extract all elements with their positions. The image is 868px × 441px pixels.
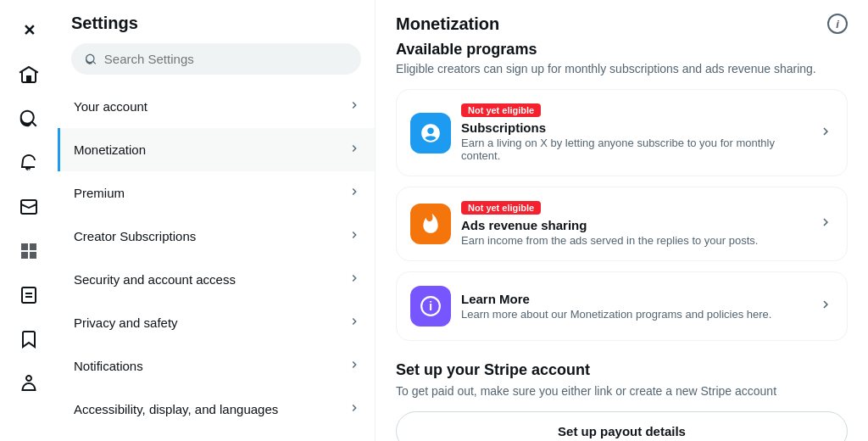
chevron-right-icon [348,228,361,244]
sidebar-item-label-6: Notifications [74,359,348,373]
card-chevron-icon-2 [818,297,833,315]
sidebar-item-7[interactable]: Accessibility, display, and languages [58,388,375,431]
home-icon[interactable] [8,54,49,95]
setup-payout-button[interactable]: Set up payout details [396,411,848,441]
sidebar-item-1[interactable]: Monetization [58,128,375,171]
sidebar-item-2[interactable]: Premium [58,171,375,215]
messages-icon[interactable] [8,187,49,227]
chevron-right-icon [348,185,361,201]
profile-icon[interactable] [8,363,49,404]
info-icon[interactable]: i [827,14,848,34]
program-desc-0: Earn a living on X by letting anyone sub… [461,137,811,162]
card-chevron-icon-1 [818,215,833,233]
program-icon-2: i [410,286,451,327]
program-desc-2: Learn more about our Monetization progra… [461,308,811,321]
available-programs-title: Available programs [396,41,848,59]
sidebar-item-label-1: Monetization [74,142,348,157]
not-eligible-badge: Not yet eligible [461,201,541,215]
sidebar-item-6[interactable]: Notifications [58,344,375,388]
sidebar-item-4[interactable]: Security and account access [58,258,375,301]
program-info-0: Not yet eligible Subscriptions Earn a li… [461,103,811,162]
sidebar-item-label-2: Premium [74,186,348,200]
main-content: Monetization i Available programs Eligib… [376,0,868,441]
program-icon-0 [410,113,451,154]
search-input[interactable] [104,52,348,66]
program-name-2: Learn More [461,292,811,306]
program-icon-1 [410,204,451,244]
chevron-right-icon [348,142,361,158]
sidebar-item-label-0: Your account [74,99,348,114]
program-card-1[interactable]: Not yet eligible Ads revenue sharing Ear… [396,187,848,261]
grok-icon[interactable] [8,231,49,271]
chevron-right-icon [348,271,361,287]
available-programs-section: Available programs Eligible creators can… [396,41,848,341]
main-header: Monetization i [396,14,848,34]
program-card-2[interactable]: i Learn More Learn more about our Moneti… [396,271,848,341]
sidebar-item-3[interactable]: Creator Subscriptions [58,215,375,258]
sidebar-item-label-4: Security and account access [74,272,348,287]
sidebar-item-5[interactable]: Privacy and safety [58,301,375,344]
chevron-right-icon [348,401,361,417]
program-name-0: Subscriptions [461,120,811,135]
notifications-icon[interactable] [8,142,49,183]
program-info-2: Learn More Learn more about our Monetiza… [461,292,811,321]
search-icon [85,53,97,66]
card-chevron-icon-0 [818,124,833,142]
sidebar-item-label-7: Accessibility, display, and languages [74,402,348,416]
stripe-title: Set up your Stripe account [396,361,848,379]
not-eligible-badge: Not yet eligible [461,103,541,117]
badge-row-1: Not yet eligible [461,201,811,215]
bookmarks-icon[interactable] [8,319,49,360]
search-box[interactable] [71,43,361,75]
sidebar-item-8[interactable]: Additional resources [58,431,375,441]
sidebar-item-label-3: Creator Subscriptions [74,229,348,243]
program-info-1: Not yet eligible Ads revenue sharing Ear… [461,201,811,247]
badge-row-0: Not yet eligible [461,103,811,117]
stripe-desc: To get paid out, make sure you either li… [396,384,848,398]
x-logo-icon[interactable]: ✕ [8,10,49,51]
svg-text:i: i [429,299,432,313]
sidebar-item-label-5: Privacy and safety [74,315,348,330]
search-nav-icon[interactable] [8,98,49,139]
sidebar-title: Settings [58,0,375,43]
chevron-right-icon [348,358,361,374]
program-desc-1: Earn income from the ads served in the r… [461,234,811,247]
stripe-section: Set up your Stripe account To get paid o… [396,361,848,441]
sidebar-items-list: Your account Monetization Premium Creato… [58,85,375,441]
lists-icon[interactable] [8,275,49,315]
sidebar-item-0[interactable]: Your account [58,85,375,128]
page-title: Monetization [396,14,499,34]
programs-list: Not yet eligible Subscriptions Earn a li… [396,89,848,341]
available-programs-subtitle: Eligible creators can sign up for monthl… [396,62,848,75]
left-nav: ✕ [0,0,58,441]
program-name-1: Ads revenue sharing [461,218,811,232]
chevron-right-icon [348,98,361,114]
settings-sidebar: Settings Your account Monetization Premi… [58,0,376,441]
program-card-0[interactable]: Not yet eligible Subscriptions Earn a li… [396,89,848,176]
chevron-right-icon [348,315,361,331]
